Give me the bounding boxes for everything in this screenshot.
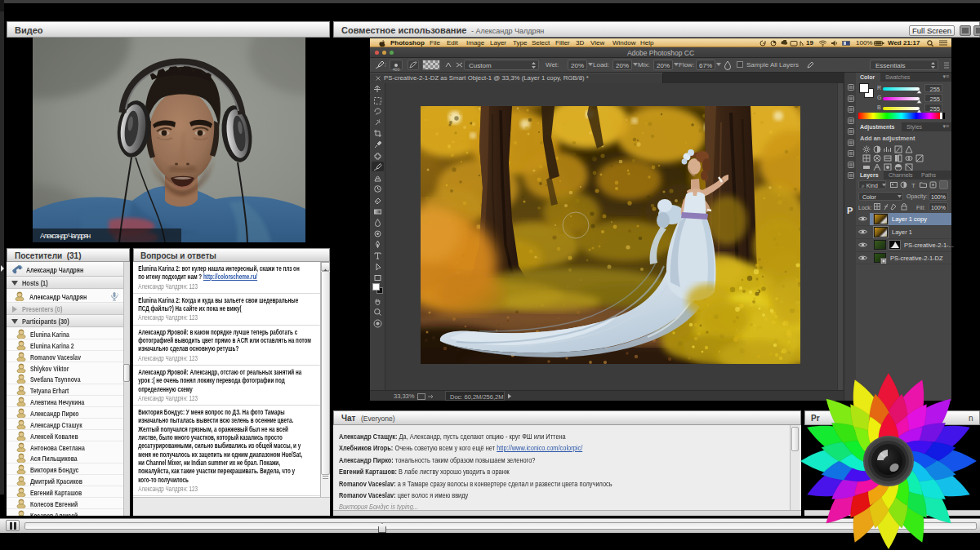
svg-text:Александр Чалдрян: Александр Чалдрян bbox=[40, 232, 91, 240]
svg-text:400: 400 bbox=[393, 67, 400, 72]
svg-text:T: T bbox=[911, 182, 915, 189]
